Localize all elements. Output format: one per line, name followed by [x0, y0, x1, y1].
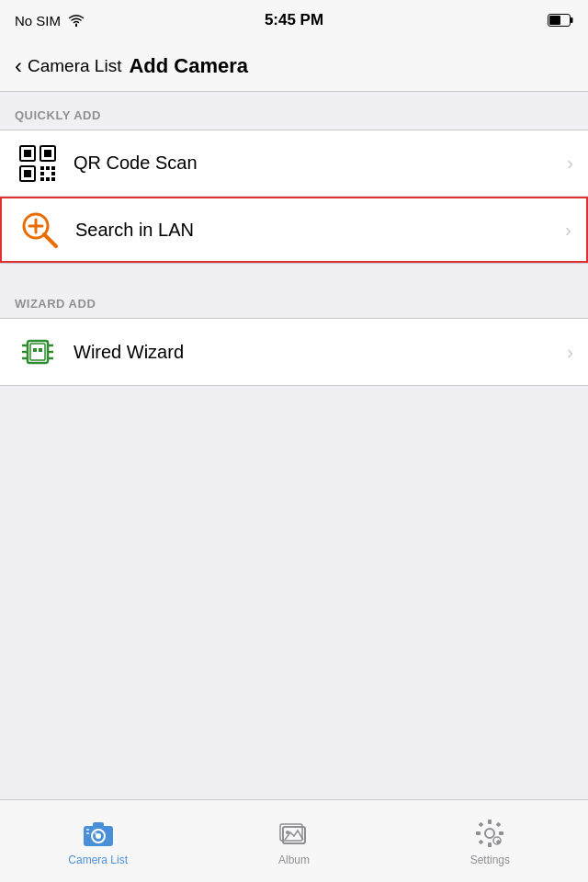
wizard-add-header: WIZARD ADD	[0, 280, 588, 318]
svg-point-40	[286, 831, 289, 834]
page-title: Add Camera	[129, 54, 248, 78]
svg-rect-47	[496, 821, 502, 827]
svg-rect-30	[39, 348, 42, 352]
svg-rect-16	[51, 177, 55, 181]
svg-rect-44	[476, 831, 481, 835]
svg-rect-48	[479, 839, 484, 844]
svg-rect-6	[44, 150, 51, 157]
svg-rect-13	[51, 172, 55, 175]
wired-wizard-item[interactable]: Wired Wizard ›	[0, 319, 588, 385]
svg-rect-42	[488, 820, 492, 824]
svg-line-20	[44, 234, 56, 246]
svg-rect-29	[33, 348, 37, 352]
camera-list-icon-svg	[82, 820, 115, 847]
svg-rect-1	[549, 16, 560, 25]
tab-album-label: Album	[278, 854, 310, 866]
battery-icon	[548, 14, 573, 27]
svg-rect-36	[86, 829, 89, 831]
wired-svg-icon	[15, 332, 61, 372]
svg-rect-9	[40, 166, 44, 170]
quickly-add-section: QR Code Scan › Search in LAN ›	[0, 130, 588, 264]
svg-rect-15	[46, 177, 50, 181]
svg-rect-46	[479, 821, 484, 827]
tab-camera-list[interactable]: Camera List	[0, 817, 196, 866]
album-tab-icon	[277, 817, 311, 850]
wired-wizard-chevron-icon: ›	[567, 342, 573, 363]
svg-rect-4	[24, 150, 31, 157]
back-chevron-icon: ‹	[15, 53, 22, 79]
nav-bar: ‹ Camera List Add Camera	[0, 40, 588, 92]
qr-code-scan-item[interactable]: QR Code Scan ›	[0, 130, 588, 197]
svg-point-35	[94, 831, 96, 834]
svg-rect-43	[488, 842, 492, 847]
status-left: No SIM	[15, 13, 85, 28]
svg-rect-12	[40, 172, 44, 175]
svg-rect-14	[40, 177, 44, 181]
back-label: Camera List	[28, 56, 121, 76]
album-icon-svg	[277, 820, 311, 847]
search-in-lan-item[interactable]: Search in LAN ›	[0, 197, 588, 263]
tab-album[interactable]: Album	[196, 817, 391, 866]
wifi-icon	[68, 14, 85, 27]
tab-camera-list-label: Camera List	[68, 854, 128, 866]
svg-rect-37	[86, 832, 89, 834]
tab-settings[interactable]: Settings	[392, 817, 588, 866]
tab-settings-label: Settings	[470, 854, 510, 866]
status-right	[548, 14, 573, 27]
search-lan-icon	[17, 207, 62, 253]
svg-rect-10	[46, 166, 50, 170]
svg-rect-11	[51, 166, 55, 170]
camera-list-tab-icon	[82, 817, 115, 850]
wizard-add-section: Wired Wizard ›	[0, 318, 588, 386]
qr-code-scan-label: QR Code Scan	[74, 153, 567, 174]
nav-title-bold: Add Camera	[129, 54, 248, 77]
svg-rect-8	[24, 170, 31, 177]
svg-rect-34	[93, 822, 104, 828]
status-time: 5:45 PM	[265, 11, 323, 29]
tab-bar: Camera List Album	[0, 799, 588, 882]
carrier-label: No SIM	[15, 13, 61, 28]
search-in-lan-label: Search in LAN	[75, 220, 565, 241]
back-button[interactable]: ‹ Camera List	[15, 53, 121, 79]
wired-wizard-icon	[15, 329, 61, 375]
svg-rect-45	[499, 831, 503, 835]
svg-rect-2	[571, 17, 573, 23]
svg-point-41	[485, 829, 494, 838]
wired-wizard-label: Wired Wizard	[74, 342, 567, 363]
section-gap	[0, 264, 588, 280]
settings-icon-svg	[473, 817, 506, 850]
qr-code-icon	[15, 141, 61, 187]
search-lan-svg-icon	[19, 209, 60, 250]
qr-svg-icon	[17, 143, 58, 184]
settings-tab-icon	[473, 817, 506, 850]
status-bar: No SIM 5:45 PM	[0, 0, 588, 40]
quickly-add-header: QUICKLY ADD	[0, 92, 588, 130]
search-lan-chevron-icon: ›	[565, 220, 571, 241]
svg-rect-22	[30, 344, 45, 360]
qr-chevron-icon: ›	[567, 153, 573, 174]
